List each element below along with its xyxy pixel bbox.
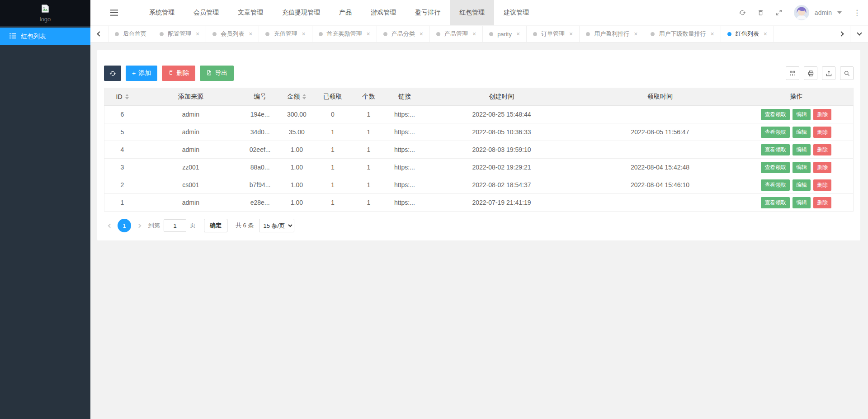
view-claims-button[interactable]: 查看领取 — [761, 127, 790, 138]
next-page-button[interactable] — [133, 224, 145, 227]
tab-close-icon[interactable]: × — [472, 30, 476, 38]
sort-icon[interactable] — [302, 94, 306, 99]
tab-item[interactable]: parity× — [483, 26, 527, 42]
column-header: 个数 — [351, 88, 387, 106]
cell-source: cs001 — [140, 176, 241, 194]
tab-dot-icon — [319, 32, 323, 36]
delete-button[interactable]: 删除 — [162, 66, 195, 81]
column-header[interactable]: 金额 — [279, 88, 315, 106]
view-claims-button[interactable]: 查看领取 — [761, 109, 790, 120]
edit-button[interactable]: 编辑 — [793, 127, 811, 138]
nav-item[interactable]: 充值提现管理 — [273, 0, 330, 25]
sort-desc-icon[interactable] — [125, 97, 129, 99]
page-number-button[interactable]: 1 — [118, 219, 131, 232]
list-icon — [9, 33, 16, 40]
sort-asc-icon[interactable] — [302, 94, 306, 96]
tab-close-icon[interactable]: × — [710, 30, 714, 38]
nav-item[interactable]: 系统管理 — [140, 0, 184, 25]
delete-row-button[interactable]: 删除 — [813, 144, 831, 155]
tab-close-icon[interactable]: × — [764, 30, 767, 38]
nav-item[interactable]: 建议管理 — [494, 0, 538, 25]
column-header[interactable]: ID — [104, 88, 141, 106]
tab-close-icon[interactable]: × — [634, 30, 637, 38]
tab-item[interactable]: 用户盈利排行× — [580, 26, 644, 42]
edit-button[interactable]: 编辑 — [793, 179, 811, 191]
edit-button[interactable]: 编辑 — [793, 197, 811, 208]
export-button[interactable]: 导出 — [200, 66, 234, 81]
export-data-button[interactable] — [822, 66, 835, 80]
cell-received-at: 2022-08-04 15:46:10 — [580, 176, 739, 194]
tab-dot-icon — [586, 32, 590, 36]
tab-item[interactable]: 会员列表× — [206, 26, 259, 42]
sidebar-item-redpacket-list[interactable]: 红包列表 — [0, 28, 90, 45]
sort-asc-icon[interactable] — [125, 94, 129, 96]
edit-button[interactable]: 编辑 — [793, 144, 811, 155]
delete-row-button[interactable]: 删除 — [813, 127, 831, 138]
view-claims-button[interactable]: 查看领取 — [761, 144, 790, 155]
goto-page-input[interactable] — [164, 219, 186, 232]
fullscreen-icon[interactable] — [775, 9, 783, 16]
delete-row-button[interactable]: 删除 — [813, 162, 831, 173]
nav-item[interactable]: 文章管理 — [228, 0, 273, 25]
column-header-inner: 添加来源 — [178, 93, 203, 101]
trash-icon[interactable] — [757, 9, 764, 16]
refresh-table-button[interactable] — [104, 66, 121, 81]
delete-row-button[interactable]: 删除 — [813, 179, 831, 191]
header-actions: admin ⋮ — [739, 5, 868, 20]
tabs-scroll-right-button[interactable] — [832, 26, 850, 42]
prev-page-button[interactable] — [104, 224, 116, 227]
nav-item[interactable]: 会员管理 — [184, 0, 228, 25]
tab-item[interactable]: 红包列表× — [721, 26, 774, 42]
view-claims-button[interactable]: 查看领取 — [761, 162, 790, 173]
nav-item[interactable]: 游戏管理 — [361, 0, 406, 25]
tab-close-icon[interactable]: × — [302, 30, 305, 38]
refresh-icon[interactable] — [739, 9, 746, 16]
total-count-label: 共 6 条 — [236, 221, 254, 230]
print-button[interactable] — [804, 66, 817, 80]
tab-item[interactable]: 首充奖励管理× — [312, 26, 377, 42]
tab-item[interactable]: 订单管理× — [527, 26, 580, 42]
tab-item[interactable]: 配置管理× — [153, 26, 206, 42]
tab-close-icon[interactable]: × — [196, 30, 199, 38]
cell-ops: 查看领取编辑删除 — [740, 123, 854, 141]
tab-label: parity — [497, 31, 512, 38]
view-claims-button[interactable]: 查看领取 — [761, 197, 790, 208]
search-button[interactable] — [840, 66, 854, 80]
sidebar-toggle-icon[interactable] — [110, 9, 118, 16]
view-claims-button[interactable]: 查看领取 — [761, 179, 790, 191]
page-size-select[interactable]: 15 条/页 — [259, 219, 294, 232]
nav-item[interactable]: 红包管理 — [450, 0, 494, 25]
column-header-label: ID — [116, 93, 123, 100]
nav-item[interactable]: 产品 — [330, 0, 361, 25]
delete-row-button[interactable]: 删除 — [813, 197, 831, 208]
cell-link: https:... — [387, 176, 423, 194]
tabs-scroll-left-button[interactable] — [90, 26, 108, 42]
tab-close-icon[interactable]: × — [420, 30, 423, 38]
tab-label: 后台首页 — [123, 30, 146, 38]
user-menu[interactable]: admin — [794, 5, 842, 20]
filter-columns-button[interactable] — [786, 66, 799, 80]
edit-button[interactable]: 编辑 — [793, 162, 811, 173]
tab-item[interactable]: 用户下级数量排行× — [644, 26, 721, 42]
cell-created-at: 2022-08-25 15:48:44 — [423, 106, 581, 123]
more-dots-icon[interactable]: ⋮ — [853, 9, 861, 17]
tabs-menu-button[interactable] — [850, 26, 868, 42]
nav-item[interactable]: 盈亏排行 — [406, 0, 450, 25]
tab-close-icon[interactable]: × — [367, 30, 370, 38]
sort-desc-icon[interactable] — [302, 97, 306, 99]
tab-close-icon[interactable]: × — [249, 30, 252, 38]
tab-item[interactable]: 后台首页 — [108, 26, 153, 42]
tab-item[interactable]: 充值管理× — [259, 26, 312, 42]
cell-code: 02eef... — [241, 141, 279, 159]
tab-close-icon[interactable]: × — [516, 30, 520, 38]
goto-prefix-label: 到第 — [148, 221, 160, 230]
edit-button[interactable]: 编辑 — [793, 109, 811, 120]
confirm-page-button[interactable]: 确定 — [204, 219, 227, 232]
tab-item[interactable]: 产品管理× — [430, 26, 483, 42]
tab-item[interactable]: 产品分类× — [377, 26, 430, 42]
column-header-label: 操作 — [790, 93, 802, 101]
delete-row-button[interactable]: 删除 — [813, 109, 831, 120]
add-button[interactable]: + 添加 — [126, 66, 157, 81]
tab-close-icon[interactable]: × — [569, 30, 573, 38]
sort-icon[interactable] — [125, 94, 129, 99]
